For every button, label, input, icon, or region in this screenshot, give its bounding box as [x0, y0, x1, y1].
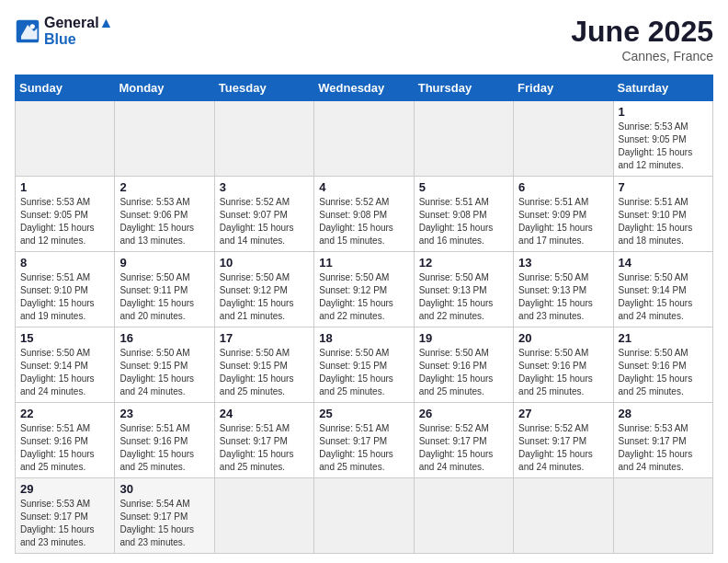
day-info: Sunrise: 5:50 AM Sunset: 9:15 PM Dayligh…: [319, 347, 408, 398]
empty-cell: [314, 478, 414, 554]
empty-cell: [414, 101, 513, 177]
day-number: 12: [419, 256, 508, 270]
logo: General▲ Blue: [15, 15, 113, 48]
day-info: Sunrise: 5:52 AM Sunset: 9:17 PM Dayligh…: [419, 422, 508, 474]
calendar-table: SundayMondayTuesdayWednesdayThursdayFrid…: [15, 75, 713, 554]
day-cell-9: 9Sunrise: 5:50 AM Sunset: 9:11 PM Daylig…: [115, 252, 214, 327]
day-number: 28: [619, 407, 708, 420]
day-info: Sunrise: 5:52 AM Sunset: 9:07 PM Dayligh…: [220, 196, 309, 247]
day-number: 11: [319, 256, 408, 270]
day-number: 6: [518, 180, 608, 194]
week-row-5: 22Sunrise: 5:51 AM Sunset: 9:16 PM Dayli…: [16, 403, 713, 478]
day-cell-26: 26Sunrise: 5:52 AM Sunset: 9:17 PM Dayli…: [414, 403, 513, 478]
day-info: Sunrise: 5:50 AM Sunset: 9:14 PM Dayligh…: [619, 271, 708, 323]
day-info: Sunrise: 5:50 AM Sunset: 9:16 PM Dayligh…: [518, 347, 608, 398]
day-info: Sunrise: 5:53 AM Sunset: 9:05 PM Dayligh…: [619, 121, 708, 172]
day-info: Sunrise: 5:50 AM Sunset: 9:15 PM Dayligh…: [119, 347, 209, 398]
day-cell-10: 10Sunrise: 5:50 AM Sunset: 9:12 PM Dayli…: [214, 252, 313, 327]
day-info: Sunrise: 5:50 AM Sunset: 9:14 PM Dayligh…: [20, 347, 109, 398]
svg-point-2: [30, 24, 35, 29]
day-info: Sunrise: 5:50 AM Sunset: 9:13 PM Dayligh…: [419, 271, 508, 323]
day-cell-12: 12Sunrise: 5:50 AM Sunset: 9:13 PM Dayli…: [414, 252, 513, 327]
day-number: 20: [518, 331, 608, 345]
day-cell-25: 25Sunrise: 5:51 AM Sunset: 9:17 PM Dayli…: [314, 403, 414, 478]
week-row-4: 15Sunrise: 5:50 AM Sunset: 9:14 PM Dayli…: [16, 327, 713, 403]
day-number: 27: [518, 407, 608, 420]
day-number: 4: [319, 180, 408, 194]
column-header-wednesday: Wednesday: [314, 75, 414, 101]
day-info: Sunrise: 5:52 AM Sunset: 9:17 PM Dayligh…: [518, 422, 608, 474]
day-number: 19: [419, 331, 508, 345]
day-number: 1: [619, 105, 708, 119]
day-number: 5: [419, 180, 508, 194]
day-cell-5: 5Sunrise: 5:51 AM Sunset: 9:08 PM Daylig…: [414, 177, 513, 252]
day-cell-7: 7Sunrise: 5:51 AM Sunset: 9:10 PM Daylig…: [613, 177, 712, 252]
day-cell-4: 4Sunrise: 5:52 AM Sunset: 9:08 PM Daylig…: [314, 177, 414, 252]
day-number: 10: [220, 256, 309, 270]
day-info: Sunrise: 5:51 AM Sunset: 9:09 PM Dayligh…: [518, 196, 608, 247]
empty-cell: [214, 478, 313, 554]
day-info: Sunrise: 5:53 AM Sunset: 9:17 PM Dayligh…: [619, 422, 708, 474]
day-cell-28: 28Sunrise: 5:53 AM Sunset: 9:17 PM Dayli…: [613, 403, 712, 478]
day-info: Sunrise: 5:54 AM Sunset: 9:17 PM Dayligh…: [119, 498, 209, 549]
day-cell-8: 8Sunrise: 5:51 AM Sunset: 9:10 PM Daylig…: [16, 252, 115, 327]
location: Cannes, France: [571, 49, 713, 63]
day-cell-13: 13Sunrise: 5:50 AM Sunset: 9:13 PM Dayli…: [514, 252, 613, 327]
day-cell-18: 18Sunrise: 5:50 AM Sunset: 9:15 PM Dayli…: [314, 327, 414, 403]
day-number: 18: [319, 331, 408, 345]
day-info: Sunrise: 5:51 AM Sunset: 9:16 PM Dayligh…: [20, 422, 109, 474]
logo-text: General▲ Blue: [44, 15, 113, 48]
day-number: 9: [119, 256, 209, 270]
day-cell-3: 3Sunrise: 5:52 AM Sunset: 9:07 PM Daylig…: [214, 177, 313, 252]
day-cell-19: 19Sunrise: 5:50 AM Sunset: 9:16 PM Dayli…: [414, 327, 513, 403]
column-header-sunday: Sunday: [16, 75, 115, 101]
day-number: 2: [119, 180, 209, 194]
day-number: 21: [619, 331, 708, 345]
empty-cell: [514, 478, 613, 554]
week-row-3: 8Sunrise: 5:51 AM Sunset: 9:10 PM Daylig…: [16, 252, 713, 327]
day-number: 16: [119, 331, 209, 345]
day-info: Sunrise: 5:50 AM Sunset: 9:16 PM Dayligh…: [419, 347, 508, 398]
day-info: Sunrise: 5:51 AM Sunset: 9:10 PM Dayligh…: [619, 196, 708, 247]
week-row-1: 1Sunrise: 5:53 AM Sunset: 9:05 PM Daylig…: [16, 101, 713, 177]
day-cell-24: 24Sunrise: 5:51 AM Sunset: 9:17 PM Dayli…: [214, 403, 313, 478]
day-number: 1: [20, 180, 109, 194]
column-header-saturday: Saturday: [613, 75, 712, 101]
day-number: 13: [518, 256, 608, 270]
column-header-thursday: Thursday: [414, 75, 513, 101]
page-header: General▲ Blue June 2025 Cannes, France: [15, 15, 713, 63]
column-header-monday: Monday: [115, 75, 214, 101]
day-cell-20: 20Sunrise: 5:50 AM Sunset: 9:16 PM Dayli…: [514, 327, 613, 403]
day-number: 29: [20, 482, 109, 496]
day-info: Sunrise: 5:50 AM Sunset: 9:11 PM Dayligh…: [119, 271, 209, 323]
day-cell-22: 22Sunrise: 5:51 AM Sunset: 9:16 PM Dayli…: [16, 403, 115, 478]
week-row-2: 1Sunrise: 5:53 AM Sunset: 9:05 PM Daylig…: [16, 177, 713, 252]
day-number: 17: [220, 331, 309, 345]
day-cell-6: 6Sunrise: 5:51 AM Sunset: 9:09 PM Daylig…: [514, 177, 613, 252]
title-block: June 2025 Cannes, France: [571, 15, 713, 63]
day-info: Sunrise: 5:50 AM Sunset: 9:12 PM Dayligh…: [220, 271, 309, 323]
day-info: Sunrise: 5:51 AM Sunset: 9:08 PM Dayligh…: [419, 196, 508, 247]
empty-cell: [514, 101, 613, 177]
day-cell-29: 29Sunrise: 5:53 AM Sunset: 9:17 PM Dayli…: [16, 478, 115, 554]
day-number: 8: [20, 256, 109, 270]
month-title: June 2025: [571, 15, 713, 49]
logo-icon: [15, 18, 40, 44]
day-cell-1: 1Sunrise: 5:53 AM Sunset: 9:05 PM Daylig…: [613, 101, 712, 177]
column-header-friday: Friday: [514, 75, 613, 101]
empty-cell: [16, 101, 115, 177]
day-info: Sunrise: 5:51 AM Sunset: 9:17 PM Dayligh…: [319, 422, 408, 474]
empty-cell: [613, 478, 712, 554]
day-cell-23: 23Sunrise: 5:51 AM Sunset: 9:16 PM Dayli…: [115, 403, 214, 478]
day-number: 30: [119, 482, 209, 496]
day-cell-11: 11Sunrise: 5:50 AM Sunset: 9:12 PM Dayli…: [314, 252, 414, 327]
day-info: Sunrise: 5:50 AM Sunset: 9:12 PM Dayligh…: [319, 271, 408, 323]
day-info: Sunrise: 5:51 AM Sunset: 9:10 PM Dayligh…: [20, 271, 109, 323]
day-number: 7: [619, 180, 708, 194]
day-cell-16: 16Sunrise: 5:50 AM Sunset: 9:15 PM Dayli…: [115, 327, 214, 403]
day-cell-27: 27Sunrise: 5:52 AM Sunset: 9:17 PM Dayli…: [514, 403, 613, 478]
day-number: 23: [119, 407, 209, 420]
day-info: Sunrise: 5:50 AM Sunset: 9:15 PM Dayligh…: [220, 347, 309, 398]
day-number: 26: [419, 407, 508, 420]
empty-cell: [414, 478, 513, 554]
